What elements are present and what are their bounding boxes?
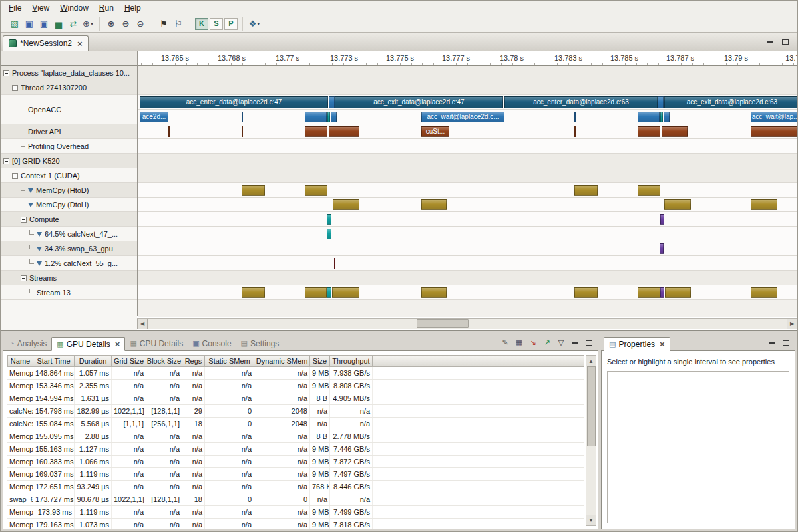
timeline-bar[interactable]: acc_enter_data@laplace2d.c:47 bbox=[140, 96, 328, 108]
timeline-bar[interactable] bbox=[574, 287, 598, 298]
minimize-details-button[interactable] bbox=[568, 337, 582, 348]
timeline-bar[interactable] bbox=[242, 126, 243, 137]
zoom-in-button[interactable]: ⊕ bbox=[104, 17, 118, 31]
timeline-bar[interactable] bbox=[333, 200, 359, 210]
tree-row-5[interactable]: [0] GRID K520 bbox=[1, 154, 137, 168]
table-row-10[interactable]: swap_63173.727 ms90.678 µs1022,1,1][128,… bbox=[7, 493, 584, 506]
maximize-editor-button[interactable] bbox=[779, 36, 792, 47]
column-header-static-smem[interactable]: Static SMem bbox=[205, 355, 254, 367]
timeline-bar[interactable] bbox=[574, 126, 576, 137]
filter-icon[interactable] bbox=[37, 232, 42, 237]
timeline-bar[interactable] bbox=[664, 200, 691, 210]
expander-icon[interactable] bbox=[3, 70, 9, 76]
table-row-5[interactable]: Memcpy155.095 ms2.88 µsn/an/an/an/an/a8 … bbox=[7, 430, 584, 443]
timeline-bar[interactable] bbox=[638, 126, 660, 137]
timeline-bar[interactable]: ace2d... bbox=[140, 112, 168, 122]
table-row-3[interactable]: calcNext154.798 ms182.99 µs1022,1,1][128… bbox=[7, 405, 584, 418]
expander-icon[interactable] bbox=[21, 275, 27, 281]
tree-row-2[interactable]: OpenACC bbox=[1, 95, 137, 124]
flag-marker-button[interactable]: ⚑ bbox=[157, 17, 170, 31]
timeline-bar[interactable]: acc_exit_data@laplace2d.c:47 bbox=[335, 96, 503, 108]
timeline-bar[interactable]: acc_enter_data@laplace2d.c:63 bbox=[504, 96, 658, 108]
timeline-bar[interactable] bbox=[329, 96, 335, 108]
timeline-bar[interactable] bbox=[638, 287, 660, 298]
table-row-4[interactable]: calcNext155.084 ms5.568 µs[1,1,1][256,1,… bbox=[7, 418, 584, 430]
tree-row-11[interactable]: 34.3% swap_63_gpu bbox=[1, 241, 137, 256]
expander-icon[interactable] bbox=[21, 217, 27, 223]
column-header-size[interactable]: Size bbox=[310, 355, 330, 367]
timeline-bar[interactable]: cuSt... bbox=[421, 126, 449, 137]
tab-console[interactable]: ▣Console bbox=[188, 336, 236, 350]
timeline-bar[interactable]: acc_exit_data@laplace2d.c:63 bbox=[664, 96, 797, 108]
menu-item-help[interactable]: Help bbox=[119, 1, 146, 15]
import-button[interactable]: ↘ bbox=[526, 336, 540, 348]
timeline-bar[interactable]: acc_wait@laplace2d.c... bbox=[421, 112, 504, 122]
close-tab-icon[interactable]: × bbox=[115, 340, 120, 348]
timeline-bar[interactable] bbox=[242, 185, 265, 196]
table-row-9[interactable]: Memcpy172.651 ms93.249 µsn/an/an/an/an/a… bbox=[7, 481, 584, 493]
timeline-hscrollbar[interactable]: ◀ ▶ bbox=[137, 318, 797, 329]
minimize-properties-button[interactable] bbox=[765, 337, 779, 348]
timeline-bar[interactable] bbox=[662, 126, 688, 137]
goto-marker-button[interactable]: ⚐ bbox=[172, 17, 185, 31]
timeline-bar[interactable] bbox=[327, 214, 331, 225]
edit-filter-button[interactable]: ✎ bbox=[499, 336, 512, 348]
column-header-regs[interactable]: Regs bbox=[182, 355, 205, 367]
filter-icon[interactable] bbox=[37, 261, 42, 266]
gpu-table-body[interactable]: Memcpy148.864 ms1.057 msn/an/an/an/an/a9… bbox=[7, 367, 584, 529]
hscroll-thumb[interactable] bbox=[417, 319, 469, 328]
table-row-7[interactable]: Memcpy160.383 ms1.066 msn/an/an/an/an/a9… bbox=[7, 456, 584, 468]
zoom-fit-button[interactable]: ⊜ bbox=[134, 17, 147, 31]
menu-item-view[interactable]: View bbox=[27, 1, 55, 15]
timeline-bar[interactable] bbox=[638, 112, 660, 122]
filter-icon[interactable] bbox=[37, 247, 42, 251]
timeline-bar[interactable] bbox=[638, 185, 660, 196]
timeline-bar[interactable] bbox=[334, 258, 335, 269]
timeline-bar[interactable] bbox=[664, 112, 670, 122]
timeline-bar[interactable] bbox=[660, 287, 664, 298]
tree-row-6[interactable]: Context 1 (CUDA) bbox=[1, 168, 137, 183]
table-row-8[interactable]: Memcpy169.037 ms1.119 msn/an/an/an/an/a9… bbox=[7, 468, 584, 481]
tab-properties[interactable]: ▤ Properties × bbox=[604, 337, 670, 351]
scroll-right-button[interactable]: ▶ bbox=[787, 319, 797, 329]
menu-item-run[interactable]: Run bbox=[94, 1, 119, 15]
timeline-bar[interactable] bbox=[421, 200, 447, 210]
timeline-bar[interactable] bbox=[331, 112, 337, 122]
close-properties-icon[interactable]: × bbox=[660, 340, 665, 348]
tree-row-3[interactable]: Driver API bbox=[1, 124, 137, 139]
timeline-bar[interactable] bbox=[574, 112, 576, 122]
column-header-name[interactable]: Name bbox=[7, 355, 33, 367]
timeline-bar[interactable] bbox=[327, 112, 330, 122]
table-row-0[interactable]: Memcpy148.864 ms1.057 msn/an/an/an/an/a9… bbox=[7, 367, 584, 380]
scroll-up-button[interactable]: ▲ bbox=[586, 356, 596, 366]
timeline-bar[interactable] bbox=[574, 185, 598, 196]
timeline-bar[interactable] bbox=[658, 96, 664, 108]
table-row-6[interactable]: Memcpy155.163 ms1.127 msn/an/an/an/an/a9… bbox=[7, 443, 584, 456]
tab-newsession2[interactable]: *NewSession2 × bbox=[3, 35, 89, 51]
column-header-start-time[interactable]: Start Time bbox=[33, 355, 75, 367]
group-columns-button[interactable]: ▦ bbox=[512, 336, 526, 348]
tree-row-12[interactable]: 1.2% calcNext_55_g... bbox=[1, 256, 137, 271]
tree-row-1[interactable]: Thread 2741307200 bbox=[1, 80, 137, 95]
expander-icon[interactable] bbox=[3, 158, 9, 164]
table-row-1[interactable]: Memcpy153.346 ms2.355 msn/an/an/an/an/a9… bbox=[7, 380, 584, 392]
save-button[interactable]: ▣ bbox=[23, 17, 36, 31]
vscroll-thumb[interactable] bbox=[587, 366, 596, 446]
export-button[interactable]: ⇄ bbox=[67, 17, 80, 31]
column-header-duration[interactable]: Duration bbox=[75, 355, 112, 367]
timeline-bar[interactable] bbox=[305, 287, 327, 298]
stream-mode-button[interactable]: S bbox=[210, 18, 223, 30]
filter-icon[interactable] bbox=[28, 203, 33, 207]
timeline-bar[interactable] bbox=[329, 126, 359, 137]
zoom-out-button[interactable]: ⊖ bbox=[119, 17, 132, 31]
timeline-bar[interactable] bbox=[751, 287, 777, 298]
timeline-bar[interactable] bbox=[660, 243, 664, 254]
tree-row-14[interactable]: Stream 13 bbox=[1, 285, 137, 300]
timeline-bar[interactable] bbox=[327, 229, 331, 239]
tab-settings[interactable]: ▤Settings bbox=[236, 336, 284, 350]
tab-analysis[interactable]: ◔Analysis bbox=[5, 336, 51, 350]
column-header-throughput[interactable]: Throughput bbox=[330, 355, 373, 367]
tab-gpu-details[interactable]: ▦GPU Details× bbox=[51, 337, 125, 351]
timeline-bar[interactable] bbox=[242, 112, 243, 122]
timeline-bar[interactable] bbox=[327, 287, 331, 298]
